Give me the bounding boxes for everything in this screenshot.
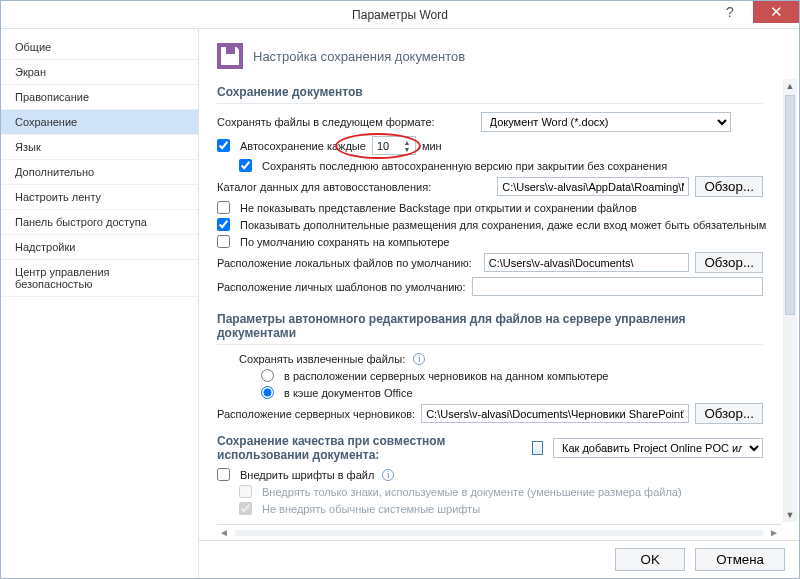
- scroll-right-icon[interactable]: ►: [769, 527, 779, 538]
- sidebar-item-proofing[interactable]: Правописание: [1, 85, 198, 110]
- autosave-unit-label: мин: [422, 140, 442, 152]
- help-icon[interactable]: i: [413, 353, 425, 365]
- scroll-track[interactable]: [235, 530, 763, 536]
- titlebar: Параметры Word ? ✕: [1, 1, 799, 29]
- sidebar-item-quick-access[interactable]: Панель быстрого доступа: [1, 210, 198, 235]
- autosave-interval-value: 10: [377, 140, 401, 152]
- server-drafts-location-label: в расположении серверных черновиков на д…: [284, 370, 608, 382]
- sidebar-item-trust-center[interactable]: Центр управления безопасностью: [1, 260, 198, 297]
- save-local-default-label: По умолчанию сохранять на компьютере: [240, 236, 449, 248]
- office-cache-radio[interactable]: [261, 386, 274, 399]
- sidebar-item-addins[interactable]: Надстройки: [1, 235, 198, 260]
- sidebar-item-advanced[interactable]: Дополнительно: [1, 160, 198, 185]
- document-select[interactable]: Как добавить Project Online POC или D...: [553, 438, 763, 458]
- sidebar: Общие Экран Правописание Сохранение Язык…: [1, 29, 199, 578]
- word-options-window: Параметры Word ? ✕ Общие Экран Правописа…: [0, 0, 800, 579]
- save-checked-out-label: Сохранять извлеченные файлы:: [239, 353, 405, 365]
- spinner-arrows-icon[interactable]: ▲▼: [401, 139, 413, 153]
- no-embed-system-fonts-checkbox: [239, 502, 252, 515]
- recovery-dir-label: Каталог данных для автовосстановления:: [217, 181, 431, 193]
- scroll-left-icon[interactable]: ◄: [219, 527, 229, 538]
- ok-button[interactable]: OK: [615, 548, 685, 571]
- local-files-browse-button[interactable]: Обзор...: [695, 252, 763, 273]
- autosave-label: Автосохранение каждые: [240, 140, 366, 152]
- save-local-default-checkbox[interactable]: [217, 235, 230, 248]
- page-header: Настройка сохранения документов: [199, 29, 799, 79]
- embed-fonts-checkbox[interactable]: [217, 468, 230, 481]
- no-embed-system-fonts-label: Не внедрять обычные системные шрифты: [262, 503, 480, 515]
- section-offline-editing-title: Параметры автономного редактирования для…: [217, 306, 763, 345]
- sidebar-item-language[interactable]: Язык: [1, 135, 198, 160]
- section-font-embedding-title: Сохранение качества при совместном испол…: [217, 434, 508, 462]
- sidebar-item-save[interactable]: Сохранение: [1, 110, 198, 135]
- recovery-dir-input[interactable]: [497, 177, 689, 196]
- titlebar-controls: ? ✕: [707, 1, 799, 23]
- embed-used-chars-label: Внедрять только знаки, используемые в до…: [262, 486, 682, 498]
- show-additional-locations-checkbox[interactable]: [217, 218, 230, 231]
- keep-last-autosaved-label: Сохранять последнюю автосохраненную верс…: [262, 160, 667, 172]
- embed-used-chars-checkbox: [239, 485, 252, 498]
- help-button[interactable]: ?: [707, 1, 753, 23]
- server-drafts-browse-button[interactable]: Обзор...: [695, 403, 763, 424]
- autosave-checkbox[interactable]: [217, 139, 230, 152]
- no-backstage-checkbox[interactable]: [217, 201, 230, 214]
- section-save-documents-title: Сохранение документов: [217, 79, 763, 104]
- dialog-body: Общие Экран Правописание Сохранение Язык…: [1, 29, 799, 578]
- help-icon[interactable]: i: [382, 469, 394, 481]
- content-scroll: Сохранение документов Сохранять файлы в …: [199, 79, 799, 540]
- recovery-dir-browse-button[interactable]: Обзор...: [695, 176, 763, 197]
- sidebar-item-general[interactable]: Общие: [1, 35, 198, 60]
- document-icon: [532, 441, 543, 455]
- office-cache-label: в кэше документов Office: [284, 387, 413, 399]
- cancel-button[interactable]: Отмена: [695, 548, 785, 571]
- main-panel: Настройка сохранения документов Сохранен…: [199, 29, 799, 578]
- personal-templates-input[interactable]: [472, 277, 763, 296]
- dialog-footer: OK Отмена: [199, 540, 799, 578]
- save-icon: [217, 43, 243, 69]
- sidebar-item-customize-ribbon[interactable]: Настроить ленту: [1, 185, 198, 210]
- close-button[interactable]: ✕: [753, 1, 799, 23]
- server-drafts-dir-input[interactable]: [421, 404, 689, 423]
- save-format-select[interactable]: Документ Word (*.docx): [481, 112, 731, 132]
- save-format-label: Сохранять файлы в следующем формате:: [217, 116, 435, 128]
- scroll-down-icon[interactable]: ▼: [783, 508, 797, 522]
- show-additional-locations-label: Показывать дополнительные размещения для…: [240, 219, 766, 231]
- vertical-scrollbar[interactable]: ▲ ▼: [783, 79, 797, 522]
- local-files-label: Расположение локальных файлов по умолчан…: [217, 257, 472, 269]
- embed-fonts-label: Внедрить шрифты в файл: [240, 469, 374, 481]
- window-title: Параметры Word: [1, 8, 799, 22]
- page-title: Настройка сохранения документов: [253, 49, 465, 64]
- keep-last-autosaved-checkbox[interactable]: [239, 159, 252, 172]
- server-drafts-dir-label: Расположение серверных черновиков:: [217, 408, 415, 420]
- autosave-interval-spinner[interactable]: 10 ▲▼: [372, 136, 416, 155]
- local-files-input[interactable]: [484, 253, 690, 272]
- no-backstage-label: Не показывать представление Backstage пр…: [240, 202, 637, 214]
- scroll-thumb[interactable]: [785, 95, 795, 315]
- sidebar-item-display[interactable]: Экран: [1, 60, 198, 85]
- server-drafts-location-radio[interactable]: [261, 369, 274, 382]
- scroll-up-icon[interactable]: ▲: [783, 79, 797, 93]
- personal-templates-label: Расположение личных шаблонов по умолчани…: [217, 281, 466, 293]
- horizontal-scrollbar[interactable]: ◄ ►: [217, 524, 781, 540]
